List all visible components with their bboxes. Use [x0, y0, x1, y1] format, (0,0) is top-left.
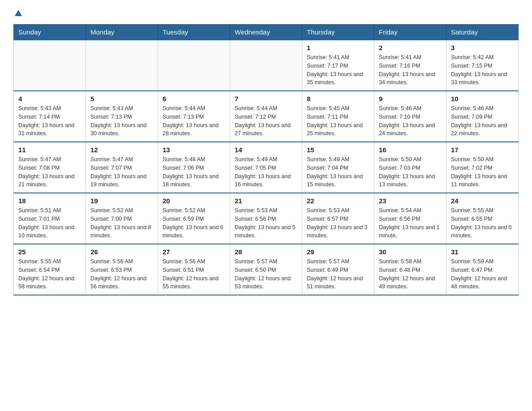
day-number: 17: [451, 146, 514, 154]
calendar-cell: 5Sunrise: 5:43 AM Sunset: 7:13 PM Daylig…: [86, 91, 158, 142]
day-info: Sunrise: 5:52 AM Sunset: 7:00 PM Dayligh…: [90, 206, 153, 240]
day-info: Sunrise: 5:41 AM Sunset: 7:17 PM Dayligh…: [307, 53, 369, 87]
day-number: 9: [379, 95, 442, 103]
calendar-cell: 7Sunrise: 5:44 AM Sunset: 7:12 PM Daylig…: [230, 91, 302, 142]
day-number: 20: [163, 197, 225, 205]
calendar-cell: 29Sunrise: 5:57 AM Sunset: 6:49 PM Dayli…: [302, 244, 374, 295]
day-info: Sunrise: 5:53 AM Sunset: 6:58 PM Dayligh…: [235, 206, 297, 240]
day-info: Sunrise: 5:48 AM Sunset: 7:06 PM Dayligh…: [163, 155, 225, 189]
day-number: 19: [90, 197, 153, 205]
calendar-cell: 28Sunrise: 5:57 AM Sunset: 6:50 PM Dayli…: [230, 244, 302, 295]
calendar-cell: 8Sunrise: 5:45 AM Sunset: 7:11 PM Daylig…: [302, 91, 374, 142]
calendar-cell: 17Sunrise: 5:50 AM Sunset: 7:02 PM Dayli…: [446, 142, 519, 193]
calendar-cell: 24Sunrise: 5:55 AM Sunset: 6:55 PM Dayli…: [446, 193, 519, 244]
day-number: 4: [18, 95, 81, 103]
day-header-saturday: Saturday: [446, 25, 519, 40]
calendar-cell: 31Sunrise: 5:59 AM Sunset: 6:47 PM Dayli…: [446, 244, 519, 295]
calendar-cell: 12Sunrise: 5:47 AM Sunset: 7:07 PM Dayli…: [86, 142, 158, 193]
day-number: 11: [18, 146, 81, 154]
day-number: 28: [235, 248, 297, 256]
day-header-thursday: Thursday: [302, 25, 374, 40]
day-number: 31: [451, 248, 514, 256]
calendar-cell: 10Sunrise: 5:46 AM Sunset: 7:09 PM Dayli…: [446, 91, 519, 142]
calendar-table: SundayMondayTuesdayWednesdayThursdayFrid…: [13, 24, 519, 295]
day-number: 18: [18, 197, 81, 205]
week-row-5: 25Sunrise: 5:55 AM Sunset: 6:54 PM Dayli…: [14, 244, 519, 295]
calendar-cell: [230, 40, 302, 91]
calendar-cell: [86, 40, 158, 91]
week-row-2: 4Sunrise: 5:43 AM Sunset: 7:14 PM Daylig…: [14, 91, 519, 142]
day-info: Sunrise: 5:45 AM Sunset: 7:11 PM Dayligh…: [307, 104, 369, 138]
calendar-cell: 11Sunrise: 5:47 AM Sunset: 7:08 PM Dayli…: [14, 142, 86, 193]
calendar-cell: 20Sunrise: 5:52 AM Sunset: 6:59 PM Dayli…: [158, 193, 230, 244]
day-info: Sunrise: 5:50 AM Sunset: 7:02 PM Dayligh…: [451, 155, 514, 189]
day-info: Sunrise: 5:51 AM Sunset: 7:01 PM Dayligh…: [18, 206, 81, 240]
day-number: 13: [163, 146, 225, 154]
day-info: Sunrise: 5:47 AM Sunset: 7:07 PM Dayligh…: [90, 155, 153, 189]
days-of-week-row: SundayMondayTuesdayWednesdayThursdayFrid…: [14, 25, 519, 40]
calendar-cell: 3Sunrise: 5:42 AM Sunset: 7:15 PM Daylig…: [446, 40, 519, 91]
calendar-cell: 27Sunrise: 5:56 AM Sunset: 6:51 PM Dayli…: [158, 244, 230, 295]
day-info: Sunrise: 5:47 AM Sunset: 7:08 PM Dayligh…: [18, 155, 81, 189]
calendar-body: 1Sunrise: 5:41 AM Sunset: 7:17 PM Daylig…: [14, 40, 519, 295]
week-row-4: 18Sunrise: 5:51 AM Sunset: 7:01 PM Dayli…: [14, 193, 519, 244]
calendar-cell: 6Sunrise: 5:44 AM Sunset: 7:13 PM Daylig…: [158, 91, 230, 142]
calendar-cell: 22Sunrise: 5:53 AM Sunset: 6:57 PM Dayli…: [302, 193, 374, 244]
day-number: 6: [163, 95, 225, 103]
calendar-cell: 23Sunrise: 5:54 AM Sunset: 6:56 PM Dayli…: [374, 193, 446, 244]
day-info: Sunrise: 5:44 AM Sunset: 7:12 PM Dayligh…: [235, 104, 297, 138]
day-number: 25: [18, 248, 81, 256]
calendar-cell: 14Sunrise: 5:49 AM Sunset: 7:05 PM Dayli…: [230, 142, 302, 193]
week-row-1: 1Sunrise: 5:41 AM Sunset: 7:17 PM Daylig…: [14, 40, 519, 91]
day-number: 23: [379, 197, 442, 205]
calendar-cell: 26Sunrise: 5:56 AM Sunset: 6:53 PM Dayli…: [86, 244, 158, 295]
day-number: 10: [451, 95, 514, 103]
week-row-3: 11Sunrise: 5:47 AM Sunset: 7:08 PM Dayli…: [14, 142, 519, 193]
calendar-cell: 25Sunrise: 5:55 AM Sunset: 6:54 PM Dayli…: [14, 244, 86, 295]
logo: [13, 9, 22, 15]
day-info: Sunrise: 5:52 AM Sunset: 6:59 PM Dayligh…: [163, 206, 225, 240]
calendar-cell: 4Sunrise: 5:43 AM Sunset: 7:14 PM Daylig…: [14, 91, 86, 142]
page-header: [13, 9, 519, 15]
day-number: 3: [451, 44, 514, 51]
calendar-cell: 2Sunrise: 5:41 AM Sunset: 7:16 PM Daylig…: [374, 40, 446, 91]
day-info: Sunrise: 5:49 AM Sunset: 7:05 PM Dayligh…: [235, 155, 297, 189]
day-number: 22: [307, 197, 369, 205]
day-header-monday: Monday: [86, 25, 158, 40]
day-info: Sunrise: 5:44 AM Sunset: 7:13 PM Dayligh…: [163, 104, 225, 138]
day-info: Sunrise: 5:55 AM Sunset: 6:55 PM Dayligh…: [451, 206, 514, 240]
day-header-wednesday: Wednesday: [230, 25, 302, 40]
calendar-cell: 1Sunrise: 5:41 AM Sunset: 7:17 PM Daylig…: [302, 40, 374, 91]
day-header-friday: Friday: [374, 25, 446, 40]
day-header-tuesday: Tuesday: [158, 25, 230, 40]
calendar-cell: 9Sunrise: 5:46 AM Sunset: 7:10 PM Daylig…: [374, 91, 446, 142]
day-info: Sunrise: 5:56 AM Sunset: 6:51 PM Dayligh…: [163, 257, 225, 291]
calendar-cell: [14, 40, 86, 91]
day-info: Sunrise: 5:46 AM Sunset: 7:09 PM Dayligh…: [451, 104, 514, 138]
calendar-cell: 19Sunrise: 5:52 AM Sunset: 7:00 PM Dayli…: [86, 193, 158, 244]
day-number: 7: [235, 95, 297, 103]
logo-triangle-icon: [14, 9, 22, 17]
day-number: 15: [307, 146, 369, 154]
day-number: 8: [307, 95, 369, 103]
day-header-sunday: Sunday: [14, 25, 86, 40]
calendar-cell: 21Sunrise: 5:53 AM Sunset: 6:58 PM Dayli…: [230, 193, 302, 244]
day-info: Sunrise: 5:41 AM Sunset: 7:16 PM Dayligh…: [379, 53, 442, 87]
day-number: 29: [307, 248, 369, 256]
day-info: Sunrise: 5:49 AM Sunset: 7:04 PM Dayligh…: [307, 155, 369, 189]
day-info: Sunrise: 5:56 AM Sunset: 6:53 PM Dayligh…: [90, 257, 153, 291]
day-number: 12: [90, 146, 153, 154]
day-info: Sunrise: 5:55 AM Sunset: 6:54 PM Dayligh…: [18, 257, 81, 291]
day-info: Sunrise: 5:54 AM Sunset: 6:56 PM Dayligh…: [379, 206, 442, 240]
calendar-cell: 18Sunrise: 5:51 AM Sunset: 7:01 PM Dayli…: [14, 193, 86, 244]
calendar-cell: 15Sunrise: 5:49 AM Sunset: 7:04 PM Dayli…: [302, 142, 374, 193]
day-number: 2: [379, 44, 442, 51]
day-number: 30: [379, 248, 442, 256]
day-number: 21: [235, 197, 297, 205]
day-number: 26: [90, 248, 153, 256]
day-info: Sunrise: 5:58 AM Sunset: 6:48 PM Dayligh…: [379, 257, 442, 291]
calendar-header: SundayMondayTuesdayWednesdayThursdayFrid…: [14, 25, 519, 40]
day-info: Sunrise: 5:46 AM Sunset: 7:10 PM Dayligh…: [379, 104, 442, 138]
calendar-cell: 30Sunrise: 5:58 AM Sunset: 6:48 PM Dayli…: [374, 244, 446, 295]
svg-marker-0: [15, 10, 22, 16]
